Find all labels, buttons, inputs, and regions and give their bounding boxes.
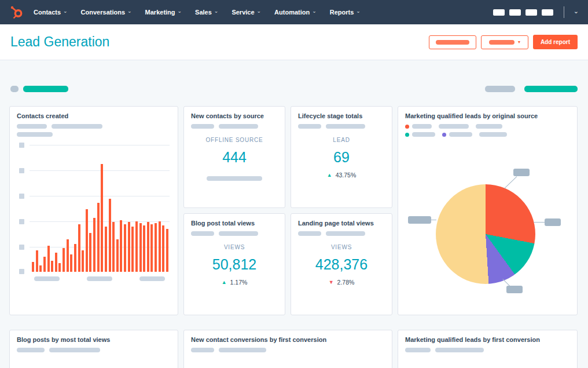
redacted-caption (207, 176, 262, 181)
card-contacts-created: Contacts created (9, 106, 178, 315)
redacted-subtitle (219, 124, 258, 129)
report-grid-bottom-row: Blog posts by most total views New conta… (9, 330, 579, 368)
card-new-contact-conversions-by-first-conversion: New contact conversions by first convers… (183, 330, 392, 368)
chevron-down-icon: ⌄ (312, 8, 317, 14)
chevron-down-icon: ⌄ (127, 8, 132, 14)
filter-label-placeholder (485, 86, 515, 92)
delta-value: 1.17% (230, 279, 248, 286)
top-navbar: Contacts⌄ Conversations⌄ Marketing⌄ Sale… (0, 0, 588, 24)
redacted-axis-label (87, 276, 112, 281)
redacted-legend-label (412, 124, 432, 129)
card-blog-post-total-views: Blog post total views VIEWS 50,812 ▲ 1.1… (183, 213, 285, 315)
chevron-down-icon: ⌄ (257, 8, 262, 14)
legend-item (442, 132, 472, 137)
nav-sales[interactable]: Sales⌄ (195, 9, 218, 16)
metric-block: VIEWS 428,376 ▼ 2.78% (298, 244, 385, 286)
redacted-axis-label (34, 276, 60, 281)
callout-connector (504, 176, 517, 189)
pie-legend (405, 124, 570, 137)
redacted-slice-label (506, 286, 523, 293)
legend-item (405, 124, 432, 129)
legend-dot-icon (442, 133, 446, 137)
report-title: Lifecycle stage totals (298, 112, 385, 119)
chevron-down-icon: ⌄ (178, 8, 182, 14)
redacted-subtitle (191, 124, 214, 129)
nav-reports-label: Reports (330, 9, 354, 16)
metric-block: LEAD 69 ▲ 43.75% (298, 137, 385, 178)
pie-chart[interactable] (436, 184, 535, 284)
redacted-subtitle (17, 348, 45, 352)
contacts-created-bar-chart[interactable] (17, 145, 171, 272)
nav-automation[interactable]: Automation⌄ (274, 9, 317, 16)
dashboard-filter-row (10, 86, 578, 92)
redacted-subtitle (298, 124, 321, 129)
navbar-icon-placeholder-4[interactable] (542, 9, 553, 16)
x-axis-labels (17, 276, 171, 281)
hubspot-logo[interactable] (9, 5, 24, 20)
nav-marketing[interactable]: Marketing⌄ (145, 9, 182, 16)
nav-service[interactable]: Service⌄ (231, 9, 261, 16)
metric-label: LEAD (298, 137, 385, 143)
metric-value: 428,376 (298, 256, 385, 273)
page-title: Lead Generation (10, 34, 109, 50)
redacted-subtitle (52, 124, 102, 129)
nav-marketing-label: Marketing (145, 9, 175, 16)
nav-conversations-label: Conversations (81, 9, 125, 16)
report-title: Landing page total views (298, 220, 385, 227)
redacted-legend-label (412, 132, 435, 137)
metric-block: VIEWS 50,812 ▲ 1.17% (191, 244, 278, 286)
account-chevron-down-icon[interactable]: ⌄ (574, 8, 579, 15)
redacted-legend-label (476, 124, 502, 129)
report-grid: Contacts created New contacts by source … (9, 106, 579, 315)
card-mql-by-first-conversion: Marketing qualified leads by first conve… (398, 330, 578, 368)
redacted-subtitle (191, 348, 214, 352)
redacted-slice-label (545, 218, 561, 226)
card-new-contacts-by-source: New contacts by source OFFLINE SOURCE 44… (183, 106, 285, 208)
chevron-down-icon: ⌄ (214, 8, 219, 14)
main-navigation: Contacts⌄ Conversations⌄ Marketing⌄ Sale… (34, 9, 361, 16)
metric-block: OFFLINE SOURCE 444 (191, 137, 278, 183)
delta-value: 43.75% (336, 172, 357, 178)
caret-down-icon: ▾ (518, 40, 520, 45)
filter-group-right (485, 86, 578, 92)
nav-reports[interactable]: Reports⌄ (330, 9, 361, 16)
report-title: New contact conversions by first convers… (191, 336, 385, 343)
delta-up-icon: ▲ (327, 173, 332, 178)
callout-connector (431, 220, 436, 220)
metric-value: 444 (191, 149, 278, 166)
bar-series (32, 145, 168, 272)
card-blog-posts-by-most-total-views: Blog posts by most total views (9, 330, 178, 368)
filter-icon-placeholder (10, 86, 19, 92)
redacted-slice-label (513, 169, 530, 176)
filter-link-placeholder[interactable] (23, 86, 68, 92)
callout-connector (502, 279, 510, 286)
nav-contacts[interactable]: Contacts⌄ (34, 9, 68, 16)
metric-value: 50,812 (191, 256, 278, 273)
redacted-legend-label (479, 132, 507, 137)
redacted-button-label (436, 40, 469, 45)
navbar-right-tools: ⌄ (488, 6, 579, 18)
report-title: Marketing qualified leads by first conve… (405, 336, 570, 343)
navbar-icon-placeholder-1[interactable] (493, 9, 505, 16)
navbar-icon-placeholder-3[interactable] (525, 9, 537, 16)
redacted-subtitle (405, 348, 431, 352)
navbar-icon-placeholder-2[interactable] (509, 9, 521, 16)
nav-sales-label: Sales (195, 9, 212, 16)
dashboard-header: Lead Generation ▾ Add report (0, 24, 588, 60)
legend-dot-icon (405, 133, 409, 137)
delta-up-icon: ▲ (222, 280, 227, 285)
callout-connector (534, 222, 545, 223)
add-report-button[interactable]: Add report (533, 35, 578, 49)
navbar-divider (564, 6, 564, 18)
dashboard-dropdown-button[interactable]: ▾ (481, 35, 528, 49)
redacted-subtitle (49, 348, 100, 352)
legend-item (405, 132, 435, 137)
report-title: Blog posts by most total views (17, 336, 171, 343)
nav-service-label: Service (231, 9, 254, 16)
date-filter-placeholder[interactable] (524, 86, 578, 92)
dashboard-actions-button[interactable] (429, 35, 476, 49)
metric-label: VIEWS (298, 244, 385, 250)
legend-dot-icon (405, 125, 409, 129)
report-title: Marketing qualified leads by original so… (405, 112, 570, 119)
nav-conversations[interactable]: Conversations⌄ (81, 9, 132, 16)
